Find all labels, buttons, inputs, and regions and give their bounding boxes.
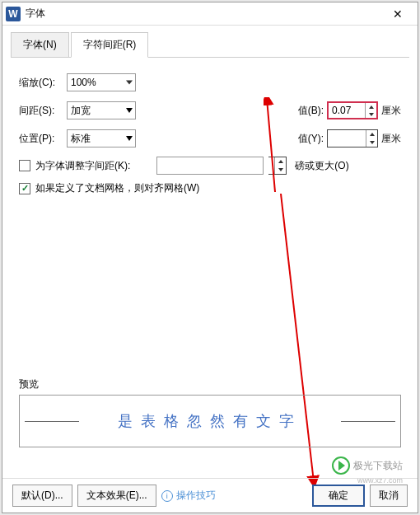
scale-value: 100% <box>71 77 96 88</box>
watermark: 极光下载站 <box>332 456 403 475</box>
ok-button[interactable]: 确定 <box>312 485 365 507</box>
close-button[interactable]: ✕ <box>381 2 414 26</box>
spacing-val-input[interactable]: 0.07 <box>327 101 378 119</box>
position-label: 位置(P): <box>19 132 67 146</box>
tips-link[interactable]: i 操作技巧 <box>161 489 216 503</box>
position-unit: 厘米 <box>381 132 401 146</box>
info-icon: i <box>161 490 173 502</box>
grid-label: 如果定义了文档网格，则对齐网格(W) <box>35 181 199 195</box>
chevron-down-icon <box>126 81 133 85</box>
kerning-spin[interactable] <box>268 157 287 175</box>
tab-font[interactable]: 字体(N) <box>11 32 69 58</box>
position-val-label: 值(Y): <box>298 132 324 146</box>
text-effects-button[interactable]: 文本效果(E)... <box>77 485 156 507</box>
chevron-down-icon <box>126 108 133 113</box>
preview-section: 预览 是表格忽然有文字 <box>19 377 401 447</box>
font-dialog: W 字体 ✕ 字体(N) 字符间距(R) 缩放(C): 100% 间距(S): … <box>2 2 418 513</box>
tab-char-spacing[interactable]: 字符间距(R) <box>71 32 149 58</box>
preview-text: 是表格忽然有文字 <box>118 411 302 431</box>
scale-combo[interactable]: 100% <box>67 73 136 91</box>
position-val-input[interactable] <box>327 129 378 147</box>
kerning-unit: 磅或更大(O) <box>295 159 348 173</box>
watermark-icon <box>332 456 350 475</box>
spin-buttons[interactable] <box>366 130 377 147</box>
titlebar: W 字体 ✕ <box>2 2 418 26</box>
chevron-down-icon <box>126 136 133 141</box>
app-icon: W <box>6 7 21 21</box>
tips-label: 操作技巧 <box>176 489 216 503</box>
spacing-val: 0.07 <box>332 105 351 116</box>
window-title: 字体 <box>26 7 381 21</box>
default-button[interactable]: 默认(D)... <box>12 485 72 507</box>
scale-label: 缩放(C): <box>19 76 67 90</box>
spin-buttons[interactable] <box>365 103 376 118</box>
position-value: 标准 <box>71 132 91 146</box>
footer: 默认(D)... 文本效果(E)... i 操作技巧 确定 取消 <box>2 478 418 513</box>
spacing-label: 间距(S): <box>19 104 67 118</box>
kerning-label: 为字体调整字间距(K): <box>35 159 130 173</box>
cancel-button[interactable]: 取消 <box>370 485 408 507</box>
watermark-text: 极光下载站 <box>353 459 403 473</box>
spacing-value: 加宽 <box>71 104 91 118</box>
form-area: 缩放(C): 100% 间距(S): 加宽 值(B): 0.07 厘米 位置(P… <box>2 58 418 210</box>
kerning-checkbox[interactable] <box>19 160 30 171</box>
position-combo[interactable]: 标准 <box>67 129 136 147</box>
grid-checkbox[interactable] <box>19 183 30 194</box>
spacing-val-label: 值(B): <box>298 104 324 118</box>
kerning-input[interactable] <box>156 157 264 175</box>
spacing-combo[interactable]: 加宽 <box>67 101 136 119</box>
preview-box: 是表格忽然有文字 <box>19 395 401 447</box>
preview-label: 预览 <box>19 377 401 391</box>
tab-strip: 字体(N) 字符间距(R) <box>2 26 418 58</box>
spacing-unit: 厘米 <box>381 104 401 118</box>
